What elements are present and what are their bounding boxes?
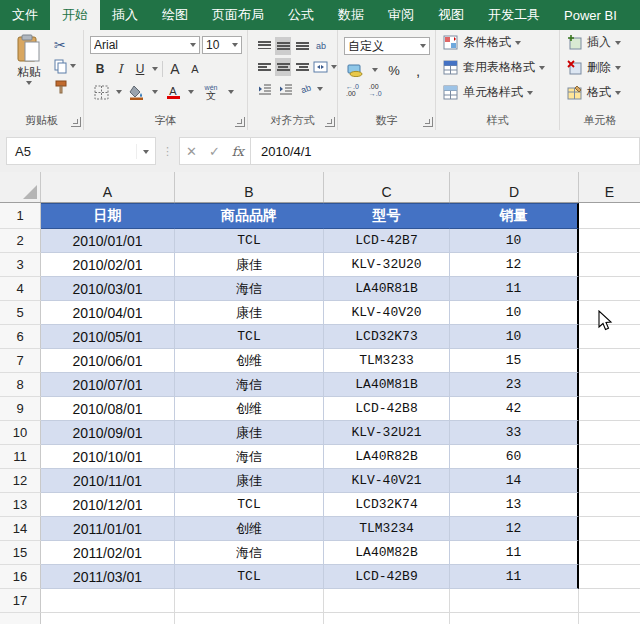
tab-view[interactable]: 视图: [426, 0, 476, 30]
cell-brand[interactable]: 海信: [175, 445, 324, 469]
row-header-10[interactable]: 10: [0, 421, 41, 445]
underline-button[interactable]: U: [132, 60, 148, 78]
cell-date[interactable]: 2011/03/01: [41, 565, 175, 589]
row-header-3[interactable]: 3: [0, 253, 41, 277]
shrink-font-button[interactable]: A: [187, 60, 203, 78]
cell-date[interactable]: 2010/04/01: [41, 301, 175, 325]
copy-button[interactable]: [54, 57, 76, 75]
cell-date[interactable]: 2010/01/01: [41, 229, 175, 253]
underline-caret[interactable]: [152, 67, 158, 71]
cell-col-e[interactable]: [579, 493, 640, 517]
fill-color-caret[interactable]: [152, 90, 158, 94]
cell-styles-caret[interactable]: [527, 91, 533, 95]
accounting-format-button[interactable]: [346, 61, 364, 79]
column-header-C[interactable]: C: [324, 172, 450, 202]
cell-date[interactable]: 2010/03/01: [41, 277, 175, 301]
accounting-caret[interactable]: [372, 68, 378, 72]
number-format-combo[interactable]: 自定义: [344, 37, 430, 55]
cell-sales[interactable]: 11: [450, 277, 579, 301]
row-header-7[interactable]: 7: [0, 349, 41, 373]
merge-center-caret[interactable]: [331, 65, 337, 69]
cell-brand[interactable]: 海信: [175, 373, 324, 397]
row-header-8[interactable]: 8: [0, 373, 41, 397]
grow-font-button[interactable]: A: [167, 60, 183, 78]
cell-model[interactable]: LA40M81B: [324, 373, 450, 397]
decrease-decimal-button[interactable]: .00 →.0: [369, 83, 382, 97]
cell-sales[interactable]: 13: [450, 493, 579, 517]
number-dialog-launcher[interactable]: [423, 117, 433, 127]
cell-model[interactable]: KLV-32U21: [324, 421, 450, 445]
cell-brand[interactable]: 康佳: [175, 421, 324, 445]
cell-model[interactable]: LCD-42B7: [324, 229, 450, 253]
formula-input[interactable]: 2010/4/1: [251, 137, 640, 165]
empty-cell[interactable]: [450, 613, 579, 624]
tab-data[interactable]: 数据: [326, 0, 376, 30]
row-header-15[interactable]: 15: [0, 541, 41, 565]
bold-button[interactable]: B: [92, 60, 108, 78]
cell-date[interactable]: 2011/01/01: [41, 517, 175, 541]
cell-brand[interactable]: TCL: [175, 565, 324, 589]
cell-model[interactable]: TLM3234: [324, 517, 450, 541]
cell-col-e[interactable]: [579, 203, 640, 229]
cell-brand[interactable]: 康佳: [175, 469, 324, 493]
cell-brand[interactable]: 创维: [175, 349, 324, 373]
row-header-6[interactable]: 6: [0, 325, 41, 349]
cell-date[interactable]: 2010/08/01: [41, 397, 175, 421]
row-header-4[interactable]: 4: [0, 277, 41, 301]
conditional-formatting-caret[interactable]: [515, 41, 521, 45]
column-header-E[interactable]: E: [579, 172, 640, 202]
row-header-9[interactable]: 9: [0, 397, 41, 421]
insert-cells-caret[interactable]: [615, 41, 621, 45]
column-header-A[interactable]: A: [41, 172, 175, 202]
fill-color-button[interactable]: [128, 83, 146, 101]
borders-caret[interactable]: [116, 90, 122, 94]
align-left-button[interactable]: [256, 58, 272, 76]
cell-col-e[interactable]: [579, 229, 640, 253]
empty-cell[interactable]: [41, 613, 175, 624]
cell-col-e[interactable]: [579, 469, 640, 493]
align-middle-button[interactable]: [275, 37, 291, 55]
align-right-button[interactable]: [294, 58, 310, 76]
percent-style-button[interactable]: %: [386, 61, 402, 79]
empty-cell[interactable]: [324, 589, 450, 613]
tab-insert[interactable]: 插入: [100, 0, 150, 30]
wrap-text-button[interactable]: ab: [313, 37, 329, 55]
select-all-corner[interactable]: [0, 172, 41, 202]
column-header-B[interactable]: B: [175, 172, 324, 202]
row-header-16[interactable]: 16: [0, 565, 41, 589]
cell-col-e[interactable]: [579, 565, 640, 589]
cell-col-e[interactable]: [579, 421, 640, 445]
tab-power-bi[interactable]: Power BI: [552, 0, 629, 30]
delete-cells-button[interactable]: 删除: [560, 55, 640, 80]
row-header-5[interactable]: 5: [0, 301, 41, 325]
cell-sales[interactable]: 10: [450, 301, 579, 325]
orientation-button[interactable]: ab: [295, 78, 316, 100]
cell-col-e[interactable]: [579, 277, 640, 301]
increase-indent-button[interactable]: [277, 80, 295, 98]
cell-brand[interactable]: TCL: [175, 229, 324, 253]
cell-col-e[interactable]: [579, 349, 640, 373]
cell-date[interactable]: 2010/07/01: [41, 373, 175, 397]
row-header-11[interactable]: 11: [0, 445, 41, 469]
tab-file[interactable]: 文件: [0, 0, 50, 30]
cell-brand[interactable]: 创维: [175, 397, 324, 421]
cell-sales[interactable]: 42: [450, 397, 579, 421]
cell-model[interactable]: LCD-42B9: [324, 565, 450, 589]
paste-button[interactable]: 粘贴: [6, 34, 52, 106]
cell-model[interactable]: KLV-40V21: [324, 469, 450, 493]
enter-button[interactable]: ✓: [209, 144, 220, 159]
insert-function-button[interactable]: fx: [232, 144, 244, 159]
align-top-button[interactable]: [256, 37, 272, 55]
row-header-13[interactable]: 13: [0, 493, 41, 517]
cell-brand[interactable]: 康佳: [175, 301, 324, 325]
cell-date[interactable]: 2010/11/01: [41, 469, 175, 493]
tab-home[interactable]: 开始: [50, 0, 100, 30]
cell-date[interactable]: 2010/05/01: [41, 325, 175, 349]
empty-cell[interactable]: [175, 589, 324, 613]
increase-decimal-button[interactable]: ←.0 .00: [346, 83, 359, 97]
insert-cells-button[interactable]: 插入: [560, 30, 640, 55]
header-cell-1[interactable]: 商品品牌: [175, 203, 324, 229]
cell-sales[interactable]: 11: [450, 565, 579, 589]
delete-cells-caret[interactable]: [615, 66, 621, 70]
cell-date[interactable]: 2010/09/01: [41, 421, 175, 445]
